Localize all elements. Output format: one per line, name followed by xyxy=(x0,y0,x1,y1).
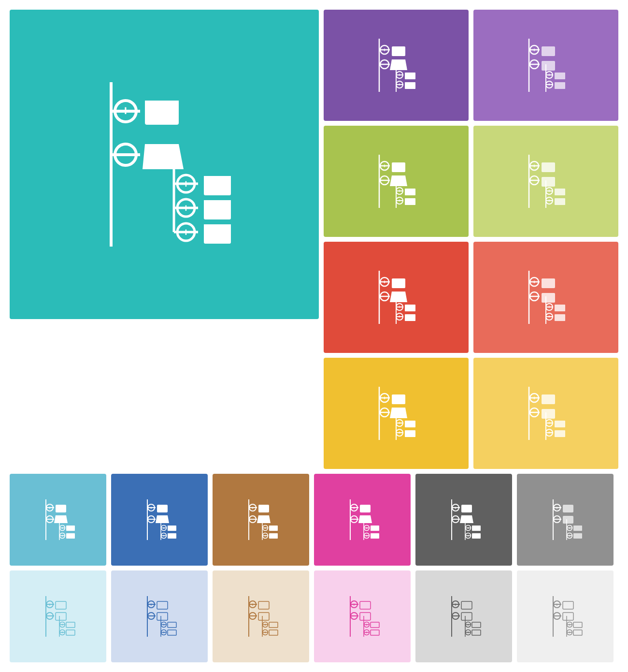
svg-text:+: + xyxy=(548,314,550,319)
svg-text:+: + xyxy=(251,602,254,607)
svg-text:+: + xyxy=(163,623,165,627)
svg-text:+: + xyxy=(398,305,400,309)
svg-text:+: + xyxy=(454,602,457,607)
svg-rect-104 xyxy=(405,305,415,311)
icon-red: + + + xyxy=(370,268,423,326)
tile-gray-light: + + + xyxy=(517,474,614,566)
svg-rect-229 xyxy=(371,533,379,539)
svg-text:+: + xyxy=(548,430,550,435)
svg-text:+: + xyxy=(353,602,355,607)
icon-yellow2: + + + xyxy=(519,384,572,442)
svg-rect-332 xyxy=(371,622,379,628)
svg-rect-52 xyxy=(555,73,565,79)
svg-rect-363 xyxy=(563,613,573,620)
svg-text:+: + xyxy=(251,506,254,511)
svg-text:+: + xyxy=(150,602,152,607)
svg-text:+: + xyxy=(61,631,63,634)
svg-rect-34 xyxy=(405,73,415,79)
svg-rect-341 xyxy=(461,601,472,609)
main-container: + + xyxy=(10,10,618,662)
icon-gray-dark-outline: + + + xyxy=(444,595,483,638)
svg-text:+: + xyxy=(533,47,536,53)
svg-text:+: + xyxy=(264,526,266,530)
svg-text:+: + xyxy=(533,163,536,169)
svg-text:+: + xyxy=(467,526,469,530)
svg-rect-296 xyxy=(168,622,176,628)
svg-rect-148 xyxy=(542,394,555,404)
svg-text:+: + xyxy=(61,623,63,627)
tile-green2: + + + xyxy=(473,126,618,237)
bottom-rows: + + + xyxy=(10,474,618,662)
svg-rect-372 xyxy=(573,630,582,635)
svg-text:+: + xyxy=(264,534,266,538)
tile-yellow: + + + xyxy=(324,358,469,469)
tile-brown-outline: + + + xyxy=(213,570,309,662)
svg-text:+: + xyxy=(48,602,51,607)
svg-rect-96 xyxy=(392,278,405,288)
icon-cyan-outline: + + + xyxy=(39,595,77,638)
svg-text:+: + xyxy=(150,506,152,511)
top-row: + + xyxy=(10,10,618,469)
svg-rect-234 xyxy=(461,505,472,512)
tile-yellow2: + + + xyxy=(473,358,618,469)
medium-row-1: + + + xyxy=(10,474,618,566)
svg-rect-323 xyxy=(360,601,371,609)
svg-text:+: + xyxy=(533,395,536,401)
tile-cyan-outline: + + + xyxy=(10,570,106,662)
svg-text:+: + xyxy=(163,526,165,530)
svg-text:+: + xyxy=(383,395,386,401)
svg-rect-291 xyxy=(157,613,168,620)
svg-rect-273 xyxy=(56,613,66,620)
svg-rect-195 xyxy=(168,533,176,539)
svg-rect-108 xyxy=(405,314,415,321)
svg-text:+: + xyxy=(398,198,400,203)
tile-pink-outline: + + + xyxy=(314,570,411,662)
icon-pink-outline: + + + xyxy=(343,595,382,638)
svg-rect-212 xyxy=(269,533,278,539)
svg-text:+: + xyxy=(398,189,400,193)
svg-rect-305 xyxy=(258,601,269,609)
svg-text:+: + xyxy=(556,602,558,607)
svg-rect-264 xyxy=(573,533,582,539)
icon-green2: + + + xyxy=(519,152,572,210)
svg-text:+: + xyxy=(569,631,571,634)
svg-rect-38 xyxy=(405,82,415,89)
svg-rect-354 xyxy=(472,630,481,635)
svg-text:+: + xyxy=(556,506,558,511)
svg-rect-178 xyxy=(66,533,75,539)
icon-gray-light: + + + xyxy=(546,498,585,541)
svg-rect-336 xyxy=(371,630,379,635)
large-tile: + + xyxy=(10,10,319,319)
svg-rect-359 xyxy=(563,601,573,609)
svg-rect-174 xyxy=(66,526,75,531)
svg-rect-87 xyxy=(555,189,565,195)
tile-green: + + + xyxy=(324,126,469,237)
svg-text:+: + xyxy=(548,198,550,203)
svg-text:+: + xyxy=(548,82,550,87)
icon-purple2: + + + xyxy=(519,36,572,94)
svg-rect-113 xyxy=(542,278,555,288)
svg-rect-152 xyxy=(542,409,555,419)
svg-text:+: + xyxy=(383,279,386,285)
svg-rect-327 xyxy=(360,613,371,620)
svg-rect-350 xyxy=(472,622,481,628)
tile-gray-dark-outline: + + + xyxy=(415,570,512,662)
svg-rect-43 xyxy=(542,46,555,56)
svg-text:+: + xyxy=(353,506,355,511)
tile-purple: + + + xyxy=(324,10,469,121)
svg-rect-157 xyxy=(555,421,565,427)
svg-text:+: + xyxy=(163,631,165,634)
svg-text:+: + xyxy=(398,430,400,435)
svg-text:+: + xyxy=(467,631,469,634)
svg-text:+: + xyxy=(48,506,51,511)
svg-rect-69 xyxy=(405,189,415,195)
svg-text:+: + xyxy=(383,163,386,169)
small-tiles-grid: + + + xyxy=(324,10,618,469)
tile-pink: + + + xyxy=(314,474,411,566)
svg-text:+: + xyxy=(398,314,400,319)
svg-rect-73 xyxy=(405,198,415,205)
svg-rect-126 xyxy=(555,314,565,321)
svg-rect-61 xyxy=(392,162,405,172)
icon-blue: + + + xyxy=(140,498,179,541)
svg-rect-255 xyxy=(563,516,573,524)
